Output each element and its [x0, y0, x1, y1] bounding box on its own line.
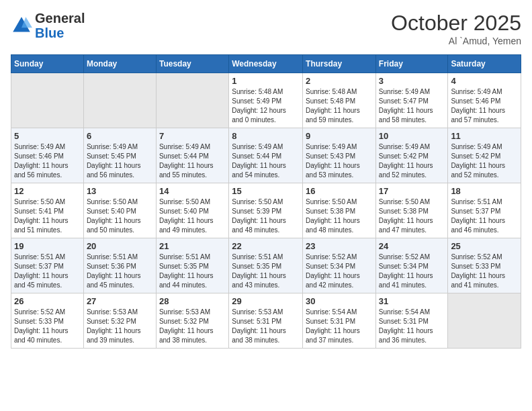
day-number: 21: [159, 241, 226, 251]
calendar-cell: 3Sunrise: 5:49 AM Sunset: 5:47 PM Daylig…: [375, 73, 448, 128]
calendar-cell: 29Sunrise: 5:53 AM Sunset: 5:31 PM Dayli…: [229, 293, 303, 349]
calendar-cell: [11, 73, 84, 128]
week-row-2: 5Sunrise: 5:49 AM Sunset: 5:46 PM Daylig…: [11, 128, 521, 183]
calendar-cell: 13Sunrise: 5:50 AM Sunset: 5:40 PM Dayli…: [83, 183, 156, 238]
header-day-sunday: Sunday: [11, 55, 84, 73]
calendar-cell: 25Sunrise: 5:52 AM Sunset: 5:33 PM Dayli…: [448, 238, 521, 293]
day-info: Sunrise: 5:51 AM Sunset: 5:37 PM Dayligh…: [14, 253, 81, 290]
calendar-cell: 16Sunrise: 5:50 AM Sunset: 5:38 PM Dayli…: [303, 183, 376, 238]
calendar-cell: 19Sunrise: 5:51 AM Sunset: 5:37 PM Dayli…: [11, 238, 84, 293]
calendar-cell: 10Sunrise: 5:49 AM Sunset: 5:42 PM Dayli…: [375, 128, 448, 183]
calendar-cell: 21Sunrise: 5:51 AM Sunset: 5:35 PM Dayli…: [156, 238, 228, 293]
day-info: Sunrise: 5:49 AM Sunset: 5:46 PM Dayligh…: [451, 87, 518, 125]
day-number: 4: [451, 76, 518, 86]
week-row-3: 12Sunrise: 5:50 AM Sunset: 5:41 PM Dayli…: [11, 183, 521, 238]
calendar-cell: 12Sunrise: 5:50 AM Sunset: 5:41 PM Dayli…: [11, 183, 84, 238]
calendar-cell: 15Sunrise: 5:50 AM Sunset: 5:39 PM Dayli…: [229, 183, 303, 238]
day-info: Sunrise: 5:50 AM Sunset: 5:38 PM Dayligh…: [306, 197, 373, 235]
header-day-thursday: Thursday: [303, 55, 376, 73]
day-info: Sunrise: 5:53 AM Sunset: 5:32 PM Dayligh…: [87, 308, 153, 345]
calendar-cell: 1Sunrise: 5:48 AM Sunset: 5:49 PM Daylig…: [229, 73, 303, 128]
day-info: Sunrise: 5:53 AM Sunset: 5:31 PM Dayligh…: [232, 308, 300, 345]
day-number: 30: [306, 296, 373, 306]
calendar-table: SundayMondayTuesdayWednesdayThursdayFrid…: [11, 54, 521, 349]
day-number: 1: [232, 76, 300, 86]
day-number: 28: [159, 296, 226, 306]
day-info: Sunrise: 5:49 AM Sunset: 5:42 PM Dayligh…: [379, 142, 445, 180]
header-day-monday: Monday: [83, 55, 156, 73]
calendar-cell: 5Sunrise: 5:49 AM Sunset: 5:46 PM Daylig…: [11, 128, 84, 183]
calendar-cell: 7Sunrise: 5:49 AM Sunset: 5:44 PM Daylig…: [156, 128, 228, 183]
week-row-1: 1Sunrise: 5:48 AM Sunset: 5:49 PM Daylig…: [11, 73, 521, 128]
day-info: Sunrise: 5:54 AM Sunset: 5:31 PM Dayligh…: [379, 308, 445, 345]
calendar-cell: 23Sunrise: 5:52 AM Sunset: 5:34 PM Dayli…: [303, 238, 376, 293]
day-info: Sunrise: 5:53 AM Sunset: 5:32 PM Dayligh…: [159, 308, 226, 345]
logo-text: General Blue: [35, 11, 85, 40]
calendar-cell: [448, 293, 521, 349]
day-number: 31: [379, 296, 445, 306]
day-info: Sunrise: 5:51 AM Sunset: 5:37 PM Dayligh…: [451, 197, 518, 235]
day-info: Sunrise: 5:52 AM Sunset: 5:34 PM Dayligh…: [306, 253, 373, 290]
header-day-tuesday: Tuesday: [156, 55, 228, 73]
day-number: 22: [232, 241, 300, 251]
day-info: Sunrise: 5:49 AM Sunset: 5:47 PM Dayligh…: [379, 87, 445, 125]
logo-general-text: General: [35, 11, 85, 26]
day-number: 13: [87, 186, 153, 196]
calendar-cell: 8Sunrise: 5:49 AM Sunset: 5:44 PM Daylig…: [229, 128, 303, 183]
day-number: 9: [306, 131, 373, 141]
calendar-cell: 18Sunrise: 5:51 AM Sunset: 5:37 PM Dayli…: [448, 183, 521, 238]
day-info: Sunrise: 5:49 AM Sunset: 5:42 PM Dayligh…: [451, 142, 518, 180]
title-area: October 2025 Al `Amud, Yemen: [391, 11, 521, 46]
day-number: 6: [87, 131, 153, 141]
page-header: General Blue October 2025 Al `Amud, Yeme…: [11, 11, 521, 46]
calendar-cell: 20Sunrise: 5:51 AM Sunset: 5:36 PM Dayli…: [83, 238, 156, 293]
day-info: Sunrise: 5:51 AM Sunset: 5:35 PM Dayligh…: [232, 253, 300, 290]
day-info: Sunrise: 5:52 AM Sunset: 5:33 PM Dayligh…: [451, 253, 518, 290]
day-number: 15: [232, 186, 300, 196]
calendar-cell: [83, 73, 156, 128]
header-day-wednesday: Wednesday: [229, 55, 303, 73]
day-number: 26: [14, 296, 81, 306]
day-number: 24: [379, 241, 445, 251]
day-info: Sunrise: 5:49 AM Sunset: 5:45 PM Dayligh…: [87, 142, 153, 180]
day-number: 18: [451, 186, 518, 196]
day-number: 12: [14, 186, 81, 196]
day-number: 25: [451, 241, 518, 251]
day-number: 10: [379, 131, 445, 141]
calendar-cell: 14Sunrise: 5:50 AM Sunset: 5:40 PM Dayli…: [156, 183, 228, 238]
calendar-cell: [156, 73, 228, 128]
calendar-cell: 9Sunrise: 5:49 AM Sunset: 5:43 PM Daylig…: [303, 128, 376, 183]
week-row-5: 26Sunrise: 5:52 AM Sunset: 5:33 PM Dayli…: [11, 293, 521, 349]
day-info: Sunrise: 5:52 AM Sunset: 5:33 PM Dayligh…: [14, 308, 81, 345]
day-number: 2: [306, 76, 373, 86]
calendar-cell: 11Sunrise: 5:49 AM Sunset: 5:42 PM Dayli…: [448, 128, 521, 183]
day-info: Sunrise: 5:51 AM Sunset: 5:35 PM Dayligh…: [159, 253, 226, 290]
calendar-cell: 6Sunrise: 5:49 AM Sunset: 5:45 PM Daylig…: [83, 128, 156, 183]
day-info: Sunrise: 5:51 AM Sunset: 5:36 PM Dayligh…: [87, 253, 153, 290]
day-number: 5: [14, 131, 81, 141]
day-info: Sunrise: 5:48 AM Sunset: 5:48 PM Dayligh…: [306, 87, 373, 125]
day-number: 27: [87, 296, 153, 306]
day-info: Sunrise: 5:49 AM Sunset: 5:43 PM Dayligh…: [306, 142, 373, 180]
day-number: 20: [87, 241, 153, 251]
day-number: 11: [451, 131, 518, 141]
header-day-saturday: Saturday: [448, 55, 521, 73]
day-info: Sunrise: 5:50 AM Sunset: 5:39 PM Dayligh…: [232, 197, 300, 235]
day-info: Sunrise: 5:50 AM Sunset: 5:40 PM Dayligh…: [159, 197, 226, 235]
calendar-cell: 22Sunrise: 5:51 AM Sunset: 5:35 PM Dayli…: [229, 238, 303, 293]
calendar-cell: 30Sunrise: 5:54 AM Sunset: 5:31 PM Dayli…: [303, 293, 376, 349]
calendar-cell: 27Sunrise: 5:53 AM Sunset: 5:32 PM Dayli…: [83, 293, 156, 349]
day-info: Sunrise: 5:49 AM Sunset: 5:46 PM Dayligh…: [14, 142, 81, 180]
day-number: 17: [379, 186, 445, 196]
day-info: Sunrise: 5:49 AM Sunset: 5:44 PM Dayligh…: [232, 142, 300, 180]
calendar-header: SundayMondayTuesdayWednesdayThursdayFrid…: [11, 55, 521, 73]
calendar-cell: 2Sunrise: 5:48 AM Sunset: 5:48 PM Daylig…: [303, 73, 376, 128]
month-title: October 2025: [391, 11, 521, 36]
day-info: Sunrise: 5:49 AM Sunset: 5:44 PM Dayligh…: [159, 142, 226, 180]
week-row-4: 19Sunrise: 5:51 AM Sunset: 5:37 PM Dayli…: [11, 238, 521, 293]
day-info: Sunrise: 5:54 AM Sunset: 5:31 PM Dayligh…: [306, 308, 373, 345]
header-row: SundayMondayTuesdayWednesdayThursdayFrid…: [11, 55, 521, 73]
calendar-cell: 31Sunrise: 5:54 AM Sunset: 5:31 PM Dayli…: [375, 293, 448, 349]
logo-icon: [11, 15, 32, 36]
location: Al `Amud, Yemen: [391, 36, 521, 46]
